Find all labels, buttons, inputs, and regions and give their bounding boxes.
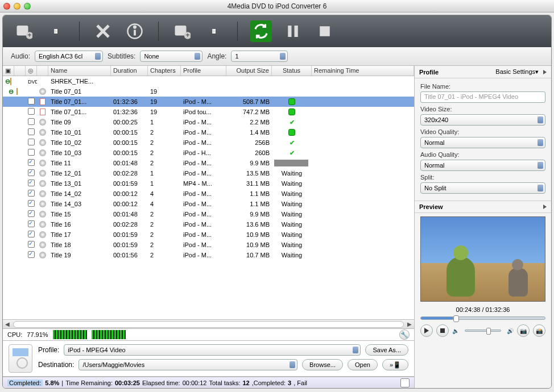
table-row[interactable]: Title 10_0200:00:152iPod - M...256B✔ — [3, 137, 414, 148]
table-row[interactable]: Title 1100:01:482iPod - M...9.9 MB — [3, 158, 414, 168]
preview-play-button[interactable] — [420, 324, 433, 337]
row-checkbox[interactable] — [28, 190, 35, 197]
row-checkbox[interactable] — [28, 220, 35, 227]
videosize-select[interactable]: 320x240 — [420, 114, 545, 126]
table-row[interactable]: Title 1800:01:592iPod - M...10.9 MBWaiti… — [3, 240, 414, 250]
table-row[interactable]: Title 1900:01:562iPod - M...10.7 MBWaiti… — [3, 250, 414, 260]
table-row[interactable]: Title 1600:02:282iPod - M...13.6 MBWaiti… — [3, 219, 414, 230]
filename-field[interactable]: Title 07_01 - iPod - MPEG4 Video — [420, 91, 545, 103]
bottom-panel: Profile: iPod - MPEG4 Video▲▼ Save As...… — [3, 341, 414, 377]
add-profile-button[interactable]: + — [171, 20, 193, 42]
row-checkbox[interactable] — [28, 139, 35, 145]
profile-select[interactable]: iPod - MPEG4 Video▲▼ — [64, 344, 361, 356]
col-remaining[interactable]: Remaining Time — [312, 66, 414, 76]
svg-rect-12 — [295, 26, 298, 37]
table-header: ▣ ◎ Name Duration Chapters Profile Outpu… — [3, 66, 414, 76]
table-row[interactable]: Title 14_0300:00:124iPod - M...1.1 MBWai… — [3, 199, 414, 209]
table-row[interactable]: Title 1500:01:482iPod - M...9.9 MBWaitin… — [3, 209, 414, 219]
filename-label: File Name: — [420, 83, 545, 90]
convert-button[interactable] — [250, 20, 272, 42]
add-file-button[interactable]: + — [13, 20, 35, 42]
angle-label: Angle: — [207, 52, 226, 60]
row-checkbox[interactable] — [28, 159, 35, 166]
audio-select[interactable]: English AC3 6cl▲▼ — [35, 51, 103, 62]
row-checkbox[interactable] — [28, 231, 35, 237]
videosize-label: Video Size: — [420, 106, 545, 112]
profile-label: Profile: — [38, 346, 59, 354]
subtitles-select[interactable]: None▲▼ — [140, 51, 202, 62]
panel-next-button[interactable] — [543, 70, 547, 74]
col-chapters[interactable]: Chapters — [148, 66, 181, 76]
table-row[interactable]: Title 10_0100:00:152iPod - M...1.4 MB — [3, 127, 414, 137]
audio-label: Audio: — [11, 52, 30, 60]
preview-label: Preview — [419, 203, 443, 210]
destination-select[interactable]: /Users/Maggie/Movies — [78, 359, 297, 370]
table-row[interactable]: Title 07_01...01:32:3619iPod tou...747.2… — [3, 107, 414, 117]
window-title: 4Media DVD to iPod Converter 6 — [0, 2, 554, 10]
table-row[interactable]: Title 13_0100:01:591MP4 - M...31.1 MBWai… — [3, 178, 414, 189]
row-checkbox[interactable] — [28, 200, 35, 207]
volume-icon: 🔈 — [452, 328, 459, 334]
row-checkbox[interactable] — [28, 108, 35, 115]
info-button[interactable] — [124, 20, 146, 42]
row-checkbox[interactable] — [28, 149, 35, 156]
split-select[interactable]: No Split▲▼ — [420, 182, 545, 194]
row-checkbox[interactable] — [28, 251, 35, 258]
preview-seek-slider[interactable] — [420, 316, 545, 320]
row-checkbox[interactable] — [28, 169, 35, 176]
col-duration[interactable]: Duration — [111, 66, 148, 76]
preview-stop-button[interactable] — [436, 324, 449, 337]
table-row[interactable]: Title 0900:00:251iPod - M...2.2 MB✔ — [3, 117, 414, 127]
cpu-row: CPU:77.91% 🔧 — [3, 328, 414, 341]
add-dropdown-button[interactable] — [45, 20, 67, 42]
table-body: ⊖ DVDSHREK_THE... ⊖Title 07_0119Title 07… — [3, 76, 414, 319]
table-row[interactable]: Title 12_0100:02:281iPod - M...13.5 MBWa… — [3, 168, 414, 178]
status-bar: Completed: 5.8% | Time Remaining: 00:03:… — [3, 377, 414, 388]
row-checkbox[interactable] — [28, 128, 35, 135]
settings-wrench-button[interactable]: 🔧 — [399, 330, 410, 340]
audioquality-select[interactable]: Normal▲▼ — [420, 160, 545, 171]
save-as-button[interactable]: Save As... — [365, 344, 408, 356]
col-name[interactable]: Name — [48, 66, 111, 76]
preview-timecode: 00:24:38 / 01:32:36 — [415, 306, 551, 313]
row-checkbox[interactable] — [28, 98, 35, 105]
export-to-device-button[interactable]: »📱 — [382, 359, 408, 370]
table-row[interactable]: ⊖ DVDSHREK_THE... — [3, 76, 414, 86]
table-row[interactable]: Title 07_01...01:32:3619iPod - M...508.7… — [3, 97, 414, 107]
row-checkbox[interactable] — [28, 118, 35, 125]
panel-profile-label: Profile — [419, 69, 439, 76]
table-row[interactable]: Title 14_0200:00:124iPod - M...1.1 MBWai… — [3, 189, 414, 199]
videoquality-select[interactable]: Normal▲▼ — [420, 137, 545, 148]
row-checkbox[interactable] — [28, 241, 35, 248]
preview-viewport — [420, 216, 545, 302]
log-button[interactable] — [400, 378, 410, 387]
preview-expand-button[interactable] — [543, 205, 547, 209]
basic-settings-dropdown[interactable]: Basic Settings▾ — [495, 68, 539, 76]
col-profile[interactable]: Profile — [181, 66, 226, 76]
col-status[interactable]: Status — [272, 66, 312, 76]
volume-max-icon: 🔊 — [507, 328, 514, 334]
pause-button[interactable] — [282, 20, 304, 42]
table-row[interactable]: Title 1700:01:592iPod - M...10.9 MBWaiti… — [3, 230, 414, 240]
browse-button[interactable]: Browse... — [302, 359, 343, 370]
col-toggle[interactable]: ▣ — [3, 66, 14, 76]
profile-dropdown-button[interactable] — [203, 20, 225, 42]
snapshot-button[interactable]: 📸 — [533, 324, 545, 337]
col-check[interactable]: ◎ — [26, 66, 37, 76]
stop-button[interactable] — [314, 20, 336, 42]
row-checkbox[interactable] — [28, 180, 35, 186]
destination-label: Destination: — [38, 361, 74, 369]
svg-rect-13 — [320, 26, 330, 36]
row-checkbox[interactable] — [28, 210, 35, 217]
table-row[interactable]: ⊖Title 07_0119 — [3, 86, 414, 97]
delete-button[interactable] — [92, 20, 114, 42]
snapshot-folder-button[interactable]: 📷 — [517, 324, 530, 337]
col-output[interactable]: Output Size — [226, 66, 272, 76]
angle-select[interactable]: 1▲▼ — [231, 51, 288, 62]
svg-text:+: + — [185, 31, 189, 39]
volume-slider[interactable] — [465, 330, 501, 332]
open-button[interactable]: Open — [348, 359, 378, 370]
table-row[interactable]: Title 10_0300:00:152iPod - H...260B✔ — [3, 148, 414, 158]
horizontal-scrollbar[interactable]: ◀▶ — [3, 319, 414, 328]
split-label: Split: — [420, 174, 545, 181]
